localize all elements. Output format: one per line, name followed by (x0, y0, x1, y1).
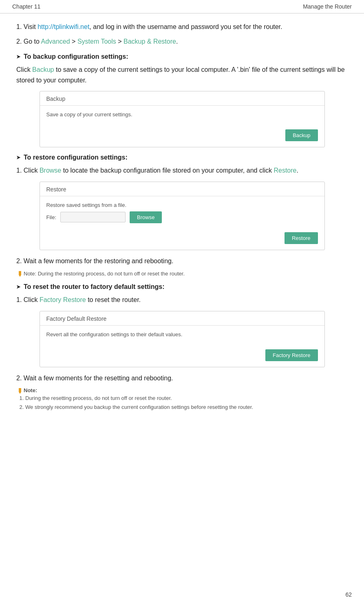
factory-step1-before: 1. Click (16, 296, 40, 303)
factory-box: Factory Default Restore Revert all the c… (40, 311, 325, 367)
backup-box-title: Backup (40, 91, 324, 106)
file-input[interactable] (60, 212, 126, 222)
sep1: > (70, 38, 77, 45)
backup-box-body: Save a copy of your current settings. (40, 106, 324, 126)
factory-heading: To reset the router to factory default s… (16, 283, 348, 291)
browse-button[interactable]: Browse (130, 211, 162, 223)
backup-link[interactable]: Backup (32, 66, 54, 73)
backup-restore-link[interactable]: Backup & Restore (124, 38, 176, 45)
file-row: File: Browse (46, 211, 318, 223)
tplinkwifi-link[interactable]: http://tplinkwifi.net (38, 23, 89, 30)
restore-box-title: Restore (40, 182, 324, 196)
step1-text-before: 1. Visit (16, 23, 38, 30)
restore-link[interactable]: Restore (274, 167, 296, 174)
step-1-block: 1. Visit http://tplinkwifi.net, and log … (16, 22, 348, 32)
factory-box-footer: Factory Restore (40, 346, 324, 367)
backup-box: Backup Save a copy of your current setti… (40, 91, 325, 147)
file-label: File: (46, 214, 57, 220)
restore-heading: To restore configuration settings: (16, 154, 348, 161)
advanced-link[interactable]: Advanced (41, 38, 70, 45)
factory-box-body: Revert all the configuration settings to… (40, 326, 324, 346)
restore-note: Note: During the restoring process, do n… (16, 271, 348, 277)
factory-note-title: Note: (24, 387, 37, 393)
browse-link[interactable]: Browse (40, 167, 61, 174)
step2-text-before: 2. Go to (16, 38, 41, 45)
factory-note-icon (18, 388, 22, 394)
factory-note-list: During the resetting process, do not tur… (25, 394, 348, 412)
factory-step1: 1. Click Factory Restore to reset the ro… (16, 295, 348, 305)
step1-text-after: , and log in with the username and passw… (89, 23, 282, 30)
factory-step1-after: to reset the router. (86, 296, 141, 303)
system-tools-link[interactable]: System Tools (77, 38, 116, 45)
backup-description: Click Backup to save a copy of the curre… (16, 64, 348, 85)
backup-heading: To backup configuration settings: (16, 53, 348, 60)
backup-desc-before: Click (16, 66, 32, 73)
chapter-label: Chapter 11 (12, 3, 40, 10)
factory-note: Note: During the resetting process, do n… (16, 387, 348, 412)
restore-step2: 2. Wait a few moments for the restoring … (16, 256, 348, 266)
section-label: Manage the Router (303, 3, 352, 10)
step2-text-after: . (176, 38, 178, 45)
factory-restore-button[interactable]: Factory Restore (265, 349, 318, 361)
factory-step2: 2. Wait a few moments for the resetting … (16, 373, 348, 384)
restore-step1-mid: to locate the backup configuration file … (61, 167, 274, 174)
restore-step1: 1. Click Browse to locate the backup con… (16, 165, 348, 176)
note-item-2: We strongly recommend you backup the cur… (25, 403, 348, 412)
page-number: 62 (345, 591, 352, 598)
restore-button[interactable]: Restore (285, 232, 318, 244)
backup-desc-after: to save a copy of the current settings t… (16, 66, 345, 84)
backup-button[interactable]: Backup (285, 129, 318, 141)
restore-box-footer: Restore (40, 229, 324, 250)
factory-restore-link[interactable]: Factory Restore (40, 296, 86, 303)
note-item-1: During the resetting process, do not tur… (25, 394, 348, 403)
restore-box: Restore Restore saved settings from a fi… (40, 182, 325, 250)
restore-step1-after: . (296, 167, 298, 174)
note-icon (18, 271, 22, 277)
step-2-block: 2. Go to Advanced > System Tools > Backu… (16, 36, 348, 47)
restore-box-body: Restore saved settings from a file. File… (40, 196, 324, 229)
sep2: > (116, 38, 124, 45)
backup-box-footer: Backup (40, 126, 324, 147)
restore-step1-before: 1. Click (16, 167, 40, 174)
factory-box-title: Factory Default Restore (40, 311, 324, 326)
